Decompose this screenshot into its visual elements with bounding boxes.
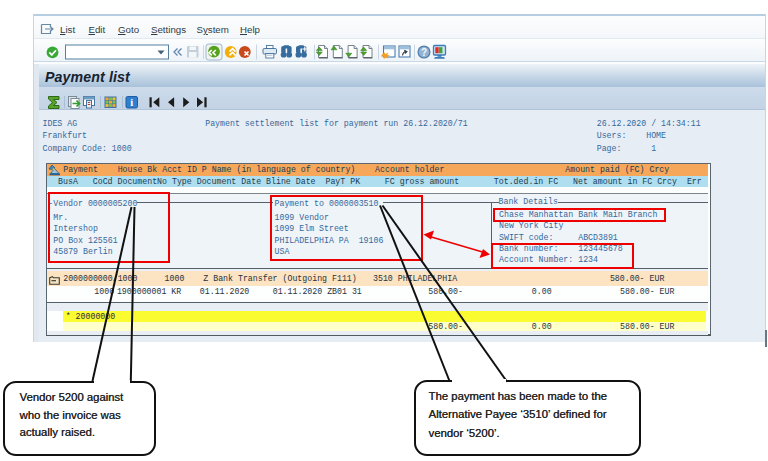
svg-text:i: i: [130, 97, 133, 108]
svg-text:?: ?: [421, 47, 427, 58]
